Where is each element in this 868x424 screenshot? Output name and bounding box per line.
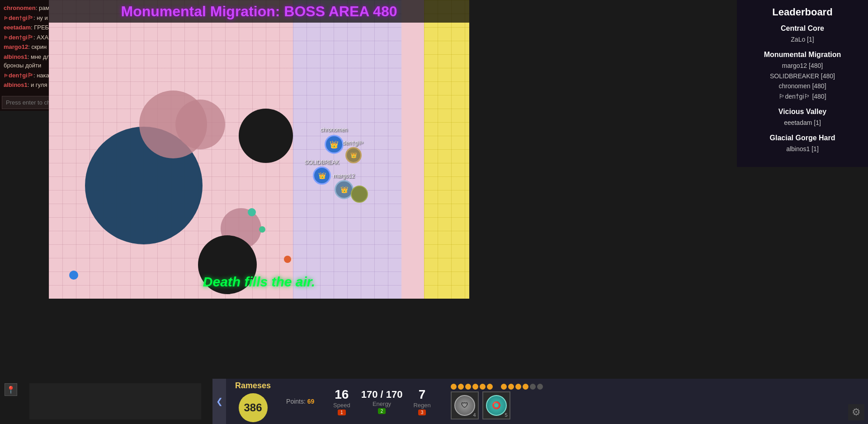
lb-section-name: Glacial Gorge Hard bbox=[743, 134, 862, 142]
title-banner: Monumental Migration: BOSS AREA 480 bbox=[49, 0, 469, 23]
energy-value: 170 / 170 bbox=[361, 389, 403, 400]
skill-dot bbox=[508, 384, 514, 390]
skill-dot bbox=[458, 384, 464, 390]
player-level-circle: 386 bbox=[239, 393, 268, 422]
lb-section-name: Monumental Migration bbox=[743, 51, 862, 59]
player-name: Rameses bbox=[235, 381, 271, 391]
lb-entry: eeetadam [1] bbox=[743, 118, 862, 128]
skill-dot bbox=[472, 384, 478, 390]
dot-orange bbox=[284, 256, 291, 263]
player-chronomen: chronomen 👑 bbox=[325, 135, 344, 154]
lb-entry: albinos1 [1] bbox=[743, 144, 862, 154]
map-icon[interactable]: 📍 bbox=[5, 383, 17, 396]
dot-teal-1 bbox=[248, 208, 256, 216]
player-dengi: den†gi🏳 👑 bbox=[345, 147, 362, 163]
regen-label: Regen bbox=[413, 402, 430, 409]
stats-panel: Rameses 386 Points: 69 16 Speed 1 170 / … bbox=[226, 379, 868, 424]
points-label: Points: 69 bbox=[286, 398, 322, 405]
skill-dots-row1 bbox=[451, 384, 543, 390]
leaderboard-section-central: Central Core ZaLo [1] bbox=[743, 24, 862, 44]
lb-entry: SOLIDBREAKER [480] bbox=[743, 71, 862, 81]
settings-icon: ⚙ bbox=[852, 406, 861, 418]
mini-map bbox=[29, 383, 201, 419]
skill-dot bbox=[501, 384, 507, 390]
leaderboard-section-glacial: Glacial Gorge Hard albinos1 [1] bbox=[743, 134, 862, 154]
lb-section-name: Central Core bbox=[743, 24, 862, 33]
speed-label: Speed bbox=[333, 402, 350, 409]
skill-icon-4: 🛡 bbox=[454, 395, 475, 416]
skill-dot-empty bbox=[537, 384, 543, 390]
skill-dot bbox=[480, 384, 486, 390]
energy-stat: 170 / 170 Energy 2 bbox=[361, 389, 403, 414]
speed-value: 16 bbox=[335, 387, 349, 402]
player-blob-olive bbox=[351, 186, 368, 203]
skill-slots: 🛡 4 ⭕ 5 bbox=[451, 391, 543, 419]
skill-slot-5[interactable]: ⭕ 5 bbox=[482, 391, 510, 419]
points-area: Points: 69 bbox=[286, 398, 322, 405]
skill-dot bbox=[523, 384, 528, 390]
lb-entry: 🏳den†gi🏳 [480] bbox=[743, 91, 862, 101]
skill-dots-group1 bbox=[451, 384, 493, 390]
player-name-area: Rameses 386 bbox=[235, 381, 271, 422]
regen-value: 7 bbox=[419, 387, 426, 402]
skill-slot-4[interactable]: 🛡 4 bbox=[451, 391, 479, 419]
regen-stat: 7 Regen 3 bbox=[413, 387, 430, 415]
skill-icon-5: ⭕ bbox=[486, 395, 507, 416]
speed-stat: 16 Speed 1 bbox=[333, 387, 350, 415]
speed-badge: 1 bbox=[338, 410, 346, 415]
skills-area: 🛡 4 ⭕ 5 bbox=[451, 384, 543, 419]
skill-number-4: 4 bbox=[473, 412, 476, 418]
skill-dot bbox=[487, 384, 493, 390]
skill-dot bbox=[465, 384, 471, 390]
leaderboard-section-vicious: Vicious Valley eeetadam [1] bbox=[743, 108, 862, 128]
player-solidbreaker: SOLIDBREAK 👑 bbox=[313, 167, 331, 185]
leaderboard-title: Leaderboard bbox=[743, 6, 862, 18]
dot-teal-2 bbox=[259, 226, 265, 233]
regen-badge: 3 bbox=[418, 410, 426, 415]
game-grid-yellow bbox=[424, 0, 469, 299]
skill-dot bbox=[451, 384, 457, 390]
skill-dots-group2 bbox=[501, 384, 543, 390]
death-text: Death fills the air. bbox=[203, 274, 315, 289]
game-title: Monumental Migration: BOSS AREA 480 bbox=[121, 3, 397, 20]
lb-entry: ZaLo [1] bbox=[743, 34, 862, 44]
skill-dot bbox=[515, 384, 521, 390]
npc-circle-2 bbox=[175, 100, 225, 149]
lb-entry: margo12 [480] bbox=[743, 61, 862, 71]
map-area: 📍 ❮ bbox=[0, 379, 226, 424]
obstacle-circle-1 bbox=[239, 109, 293, 163]
skill-number-5: 5 bbox=[505, 412, 508, 418]
settings-button[interactable]: ⚙ bbox=[848, 404, 864, 420]
skill-dot-empty bbox=[530, 384, 536, 390]
leaderboard: Leaderboard Central Core ZaLo [1] Monume… bbox=[737, 0, 868, 167]
bottom-hud: 📍 ❮ Rameses 386 Points: 69 16 Speed 1 bbox=[0, 379, 868, 424]
leaderboard-section-monumental: Monumental Migration margo12 [480] SOLID… bbox=[743, 51, 862, 101]
game-canvas: Monumental Migration: BOSS AREA 480 chro… bbox=[49, 0, 469, 299]
lb-entry: chronomen [480] bbox=[743, 81, 862, 91]
energy-badge: 2 bbox=[378, 408, 386, 414]
expand-button[interactable]: ❮ bbox=[212, 379, 226, 424]
energy-label: Energy bbox=[373, 400, 391, 407]
lb-section-name: Vicious Valley bbox=[743, 108, 862, 116]
death-message: Death fills the air. bbox=[49, 274, 469, 290]
